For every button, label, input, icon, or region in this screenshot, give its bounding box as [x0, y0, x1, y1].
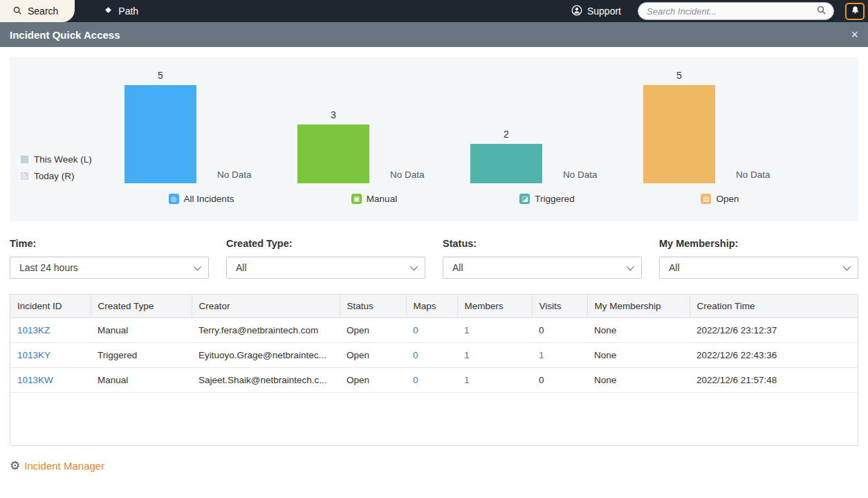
legend-item-this-week: This Week (L)	[21, 154, 92, 165]
bar-group-triggered: 2 No Data ◪ Triggered	[461, 57, 634, 221]
bar-triggered	[470, 144, 542, 183]
cell-creator: Sajeet.Shaik@netbraintech.c...	[192, 368, 340, 393]
category-text: Manual	[367, 194, 397, 204]
time-dropdown-value: Last 24 hours	[19, 262, 78, 273]
bar-wrap: 2	[470, 129, 542, 183]
filter-status-label: Status:	[443, 238, 642, 249]
bar-group-all-incidents: 5 No Data ◎ All Incidents	[115, 57, 288, 221]
visits-link[interactable]: 1	[539, 350, 544, 360]
panel-title: Incident Quick Access	[10, 29, 120, 41]
filter-time: Time: Last 24 hours	[10, 238, 209, 279]
bar-value-label: 5	[158, 70, 163, 81]
created-type-dropdown[interactable]: All	[226, 257, 425, 279]
column-header[interactable]: Created Type	[91, 295, 192, 318]
tab-search[interactable]: Search	[0, 0, 75, 22]
chevron-down-icon	[410, 263, 418, 270]
category-label-triggered: ◪ Triggered	[461, 194, 634, 204]
cell-maps: 0	[406, 318, 457, 343]
filter-time-label: Time:	[10, 238, 209, 249]
bar-all-incidents	[124, 85, 196, 183]
category-text: Triggered	[535, 194, 574, 204]
column-header[interactable]: Creation Time	[690, 295, 858, 318]
column-header[interactable]: My Membership	[587, 295, 690, 318]
column-header[interactable]: Status	[340, 295, 406, 318]
maps-link[interactable]: 0	[413, 350, 418, 360]
cell-status: Open	[340, 368, 406, 393]
time-dropdown[interactable]: Last 24 hours	[10, 257, 209, 279]
maps-link[interactable]: 0	[413, 325, 418, 335]
members-link[interactable]: 1	[464, 350, 470, 360]
column-header[interactable]: Incident ID	[10, 295, 91, 318]
members-link[interactable]: 1	[464, 325, 470, 335]
category-label-manual: ▣ Manual	[288, 194, 461, 204]
no-data-label: No Data	[390, 169, 425, 180]
column-header[interactable]: Members	[457, 295, 532, 318]
status-dropdown-value: All	[452, 262, 463, 273]
cell-created-type: Triggered	[91, 343, 192, 368]
close-icon[interactable]: ×	[851, 28, 858, 41]
alert-bell-button[interactable]	[845, 3, 865, 20]
no-data-label: No Data	[563, 169, 598, 180]
my-membership-dropdown[interactable]: All	[659, 257, 858, 279]
cell-visits: 0	[532, 368, 587, 393]
bar-wrap: 5	[643, 70, 715, 183]
incident-id-link[interactable]: 1013KZ	[17, 325, 50, 335]
maps-link[interactable]: 0	[413, 375, 418, 385]
chevron-down-icon	[194, 263, 201, 270]
tab-path[interactable]: Path	[104, 6, 138, 17]
panel-titlebar: Incident Quick Access ×	[0, 22, 868, 47]
legend-solid-swatch-icon	[21, 156, 28, 163]
cell-creation-time: 2022/12/6 21:57:48	[690, 368, 858, 393]
table-row: 1013KZManualTerry.fera@netbraintech.comO…	[10, 318, 858, 343]
category-label-all-incidents: ◎ All Incidents	[115, 194, 288, 204]
chart-legend: This Week (L) Today (R)	[21, 154, 92, 181]
category-text: Open	[716, 194, 739, 204]
no-data-label: No Data	[217, 169, 252, 180]
category-label-open: ▤ Open	[634, 194, 806, 204]
support-label: Support	[587, 6, 621, 17]
legend-hatch-swatch-icon	[21, 172, 28, 180]
cell-created-type: Manual	[91, 318, 192, 343]
filter-my-membership-label: My Membership:	[659, 238, 858, 249]
column-header[interactable]: Visits	[532, 295, 587, 318]
search-submit-icon[interactable]	[816, 5, 827, 18]
cell-members: 1	[457, 343, 532, 368]
column-header[interactable]: Maps	[406, 295, 457, 318]
cell-members: 1	[457, 318, 532, 343]
bar-group-manual: 3 No Data ▣ Manual	[288, 57, 461, 221]
incident-manager-label: Incident Manager	[24, 460, 104, 472]
cell-incident-id: 1013KZ	[10, 318, 91, 343]
incident-search-box	[638, 2, 834, 20]
cell-creation-time: 2022/12/6 23:12:37	[690, 318, 858, 343]
tab-search-label: Search	[28, 6, 58, 17]
bar-value-label: 5	[676, 70, 682, 81]
incident-table: Incident IDCreated TypeCreatorStatusMaps…	[10, 295, 858, 393]
column-header[interactable]: Creator	[192, 295, 340, 318]
incident-bar-chart: This Week (L) Today (R) 5 No Data ◎ All …	[10, 57, 858, 221]
panel-content: This Week (L) Today (R) 5 No Data ◎ All …	[0, 47, 868, 481]
bar-value-label: 3	[331, 109, 336, 120]
status-dropdown[interactable]: All	[443, 257, 642, 279]
manual-icon: ▣	[351, 194, 362, 204]
path-diamond-icon	[104, 6, 113, 17]
bar-value-label: 2	[504, 129, 509, 140]
chevron-down-icon	[627, 263, 634, 270]
bar-wrap: 5	[124, 70, 196, 183]
incident-id-link[interactable]: 1013KW	[17, 375, 53, 385]
incident-id-link[interactable]: 1013KY	[17, 350, 50, 360]
cell-creation-time: 2022/12/6 22:43:36	[690, 343, 858, 368]
cell-maps: 0	[406, 343, 457, 368]
chevron-down-icon	[843, 263, 851, 270]
table-body: 1013KZManualTerry.fera@netbraintech.comO…	[10, 318, 858, 393]
incident-search-input[interactable]	[647, 6, 816, 17]
support-button[interactable]: Support	[571, 5, 621, 18]
incident-manager-link[interactable]: ⚙ Incident Manager	[10, 460, 858, 472]
my-membership-dropdown-value: All	[669, 262, 680, 273]
members-link[interactable]: 1	[464, 375, 470, 385]
all-incidents-icon: ◎	[169, 194, 179, 204]
triggered-icon: ◪	[519, 194, 530, 204]
filter-created-type-label: Created Type:	[226, 238, 425, 249]
cell-members: 1	[457, 368, 532, 393]
legend-item-today: Today (R)	[21, 171, 92, 181]
filter-my-membership: My Membership: All	[659, 238, 858, 279]
